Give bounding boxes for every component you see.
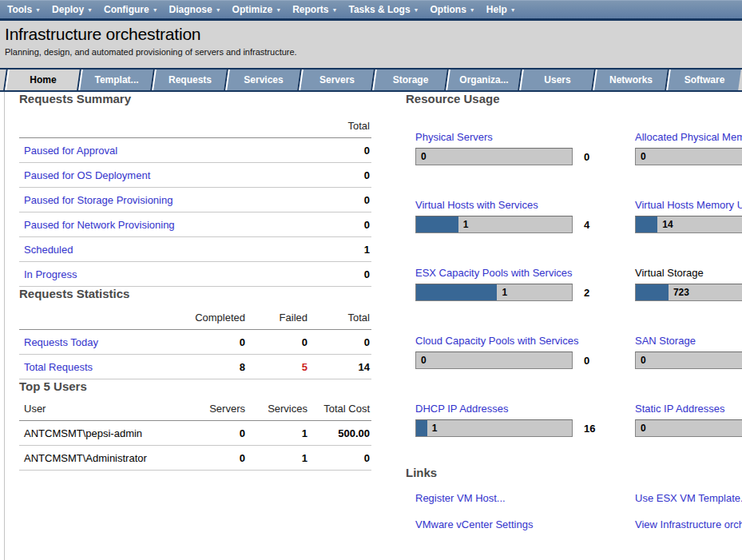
resource-item-virtual-hosts-memory: Virtual Hosts Memory Utilization 14	[625, 197, 742, 233]
resource-item-san-storage: SAN Storage 0	[625, 333, 742, 369]
stats-value: 0	[309, 330, 371, 355]
link-physical-servers[interactable]: Physical Servers	[415, 131, 493, 143]
table-row: Scheduled 1	[19, 237, 371, 262]
tab-services[interactable]: Services	[225, 70, 300, 90]
usage-bar: 0	[415, 351, 573, 369]
content-left-border	[4, 92, 5, 560]
table-row: ANTCMSMT\Administrator 0 1 0	[19, 446, 371, 471]
chevron-down-icon: ▼	[332, 7, 338, 13]
usage-bar-value: 14	[662, 219, 673, 230]
link-in-progress[interactable]: In Progress	[24, 268, 77, 280]
usage-total-value: 0	[584, 151, 589, 163]
usage-bar-fill	[416, 420, 427, 436]
link-paused-for-approval[interactable]: Paused for Approval	[24, 145, 117, 157]
chevron-down-icon: ▼	[510, 7, 516, 13]
link-virtual-hosts-with-services[interactable]: Virtual Hosts with Services	[415, 199, 538, 211]
resource-item-physical-servers: Physical Servers 0 0	[406, 129, 625, 165]
usage-bar-fill	[416, 216, 458, 232]
tab-servers[interactable]: Servers	[299, 70, 374, 90]
table-row: Paused for OS Deployment 0	[19, 163, 371, 188]
link-requests-today[interactable]: Requests Today	[24, 336, 98, 348]
menu-configure[interactable]: Configure▼	[104, 1, 158, 19]
usage-bar-fill	[416, 284, 497, 300]
usage-total-value: 0	[584, 355, 589, 367]
usage-bar: 0	[635, 419, 742, 437]
summary-value: 0	[309, 163, 371, 188]
menu-reports[interactable]: Reports▼	[292, 1, 337, 19]
usage-total-value: 16	[584, 423, 595, 435]
usage-bar-value: 1	[502, 287, 507, 298]
link-paused-for-network-provisioning[interactable]: Paused for Network Provisioning	[24, 219, 175, 231]
user-value: 0	[183, 446, 247, 471]
usage-bar: 0	[635, 351, 742, 369]
tab-storage[interactable]: Storage	[372, 70, 447, 90]
usage-bar: 14	[635, 216, 742, 233]
top-users-heading: Top 5 Users	[19, 379, 371, 393]
resource-item-virtual-hosts: Virtual Hosts with Services 1 4	[406, 197, 625, 233]
link-total-requests[interactable]: Total Requests	[24, 361, 93, 373]
menu-tasks-logs[interactable]: Tasks & Logs▼	[348, 1, 419, 19]
resource-item-allocated-physical-memory: Allocated Physical Memory 0	[625, 129, 742, 165]
usage-bar-value: 1	[432, 423, 438, 434]
users-user-header: User	[19, 403, 183, 421]
summary-value: 0	[309, 262, 371, 287]
link-static-ip-addresses[interactable]: Static IP Addresses	[635, 403, 725, 415]
usage-bar-fill	[636, 216, 657, 232]
menu-options[interactable]: Options▼	[431, 1, 475, 19]
summary-value: 0	[309, 138, 371, 163]
menu-deploy[interactable]: Deploy▼	[52, 1, 93, 19]
usage-bar-value: 0	[421, 355, 427, 366]
link-scheduled[interactable]: Scheduled	[24, 244, 73, 256]
user-value: 1	[247, 421, 309, 446]
top-users-table: User Servers Services Total Cost ANTCMSM…	[19, 403, 371, 471]
stats-value: 8	[183, 355, 247, 379]
tab-requests[interactable]: Requests	[152, 70, 227, 90]
summary-value: 0	[309, 188, 371, 212]
tab-networks[interactable]: Networks	[593, 70, 668, 90]
user-value: 1	[247, 446, 309, 471]
menu-diagnose[interactable]: Diagnose▼	[169, 1, 221, 19]
link-cloud-capacity-pools[interactable]: Cloud Capacity Pools with Services	[415, 335, 578, 347]
resource-item-esx-capacity-pools: ESX Capacity Pools with Services 1 2	[406, 265, 625, 301]
label-virtual-storage: Virtual Storage	[635, 267, 704, 279]
tab-templates[interactable]: Templat...	[78, 70, 153, 90]
link-san-storage[interactable]: SAN Storage	[635, 335, 696, 347]
tab-software[interactable]: Software	[666, 70, 741, 90]
stats-completed-header: Completed	[183, 312, 247, 330]
link-use-esx-vm-template[interactable]: Use ESX VM Template...	[635, 492, 742, 504]
link-vmware-vcenter-settings[interactable]: VMware vCenter Settings	[415, 518, 625, 530]
menu-optimize[interactable]: Optimize▼	[232, 1, 282, 19]
chevron-down-icon: ▼	[470, 7, 475, 13]
tab-users[interactable]: Users	[519, 70, 594, 90]
left-column: Requests Summary Total Paused for Approv…	[19, 92, 371, 471]
link-dhcp-ip-addresses[interactable]: DHCP IP Addresses	[415, 403, 509, 415]
link-paused-for-storage-provisioning[interactable]: Paused for Storage Provisioning	[24, 194, 173, 206]
stats-value: 0	[247, 330, 309, 355]
table-row: ANTCMSMT\pepsi-admin 0 1 500.00	[19, 421, 371, 446]
link-view-infrastructure-orchestration[interactable]: View Infrastructure orchestration	[635, 518, 742, 530]
link-virtual-hosts-memory-utilization[interactable]: Virtual Hosts Memory Utilization	[635, 199, 742, 211]
link-register-vm-host[interactable]: Register VM Host...	[415, 492, 625, 504]
link-esx-capacity-pools[interactable]: ESX Capacity Pools with Services	[415, 267, 573, 279]
usage-total-value: 2	[584, 287, 589, 299]
content-area: Requests Summary Total Paused for Approv…	[0, 92, 742, 560]
tab-home[interactable]: Home	[5, 70, 80, 90]
resource-item-virtual-storage: Virtual Storage 723	[625, 265, 742, 301]
menu-help[interactable]: Help▼	[486, 1, 516, 19]
tab-bar: Home Templat... Requests Services Server…	[0, 68, 742, 92]
usage-bar: 0	[415, 148, 573, 165]
link-paused-for-os-deployment[interactable]: Paused for OS Deployment	[24, 169, 150, 181]
resource-item-cloud-capacity-pools: Cloud Capacity Pools with Services 0 0	[406, 333, 625, 369]
table-row: In Progress 0	[19, 262, 371, 287]
menu-tools[interactable]: Tools▼	[7, 1, 41, 19]
usage-bar-value: 0	[641, 423, 646, 434]
stats-value: 0	[183, 330, 247, 355]
usage-bar: 1	[415, 284, 573, 301]
tab-organizations[interactable]: Organiza...	[446, 70, 521, 90]
usage-bar-fill	[636, 284, 669, 300]
user-value: 0	[309, 446, 371, 471]
chevron-down-icon: ▼	[216, 7, 221, 13]
usage-bar-value: 0	[641, 355, 646, 366]
right-column: Resource Usage Physical Servers 0 0 Allo…	[406, 92, 742, 530]
link-allocated-physical-memory[interactable]: Allocated Physical Memory	[635, 131, 742, 143]
